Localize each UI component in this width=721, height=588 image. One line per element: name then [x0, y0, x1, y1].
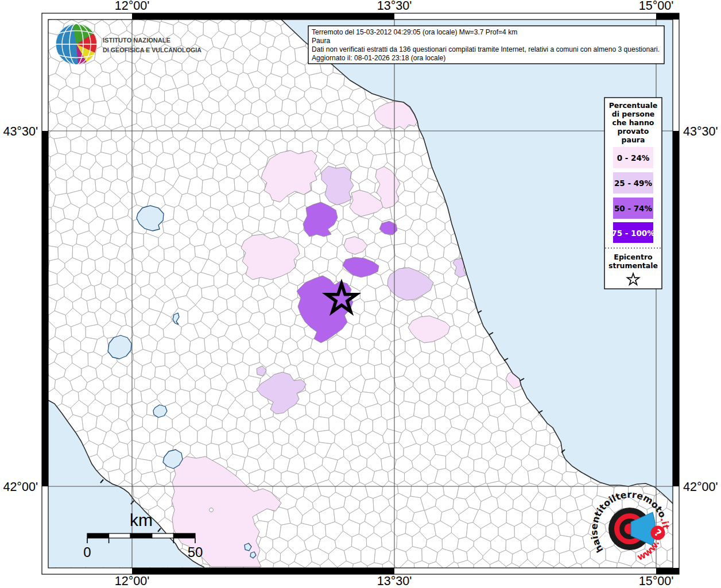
- map-canvas: 12°00' 13°30' 15°00' 12°00' 13°30' 15°00…: [0, 0, 721, 588]
- legend: Percentuale di persone che hanno provato…: [604, 98, 662, 289]
- scale-unit: km: [130, 510, 153, 529]
- legend-title-3: che hanno: [613, 118, 654, 127]
- event-map-type: Paura: [312, 37, 331, 45]
- legend-title-2: di persone: [612, 110, 655, 118]
- top-label-15: 15°00': [639, 0, 674, 13]
- legend-label-75-100: 75 - 100%: [611, 229, 655, 238]
- bottom-label-15: 15°00': [639, 574, 674, 588]
- legend-label-25-49: 25 - 49%: [614, 179, 653, 188]
- scale-start: 0: [83, 544, 91, 560]
- legend-title-1: Percentuale: [609, 101, 658, 110]
- bottom-label-12: 12°00': [115, 574, 150, 588]
- top-label-13-30: 13°30': [377, 0, 412, 13]
- right-label-43-30: 43°30': [683, 125, 718, 138]
- legend-title-5: paura: [622, 136, 645, 144]
- left-label-43-30: 43°30': [3, 125, 38, 138]
- legend-epicenter-2: strumentale: [608, 261, 658, 270]
- legend-label-50-74: 50 - 74%: [614, 204, 653, 213]
- bottom-label-13-30: 13°30': [377, 574, 412, 588]
- legend-label-0-24: 0 - 24%: [617, 153, 650, 163]
- ingv-name-line2: DI GEOFISICA E VULCANOLOGIA: [103, 47, 201, 53]
- right-label-42: 42°00': [683, 480, 718, 494]
- map-interior: [25, 3, 693, 582]
- event-info-box: Terremoto del 15-03-2012 04:29:05 (ora l…: [308, 26, 664, 64]
- event-data-note: Dati non verificati estratti da 136 ques…: [312, 45, 660, 53]
- ingv-name-line1: ISTITUTO NAZIONALE: [103, 37, 170, 44]
- event-updated-at: Aggiornato il: 08-01-2026 23:18 (ora loc…: [312, 54, 445, 62]
- scale-end: 50: [188, 544, 203, 560]
- legend-title-4: provato: [618, 127, 649, 136]
- left-label-42: 42°00': [3, 480, 38, 494]
- event-title: Terremoto del 15-03-2012 04:29:05 (ora l…: [312, 28, 517, 36]
- hsit-intensity-map-page: 12°00' 13°30' 15°00' 12°00' 13°30' 15°00…: [0, 0, 721, 588]
- top-label-12: 12°00': [115, 0, 150, 13]
- legend-epicenter-1: Epicentro: [614, 253, 653, 261]
